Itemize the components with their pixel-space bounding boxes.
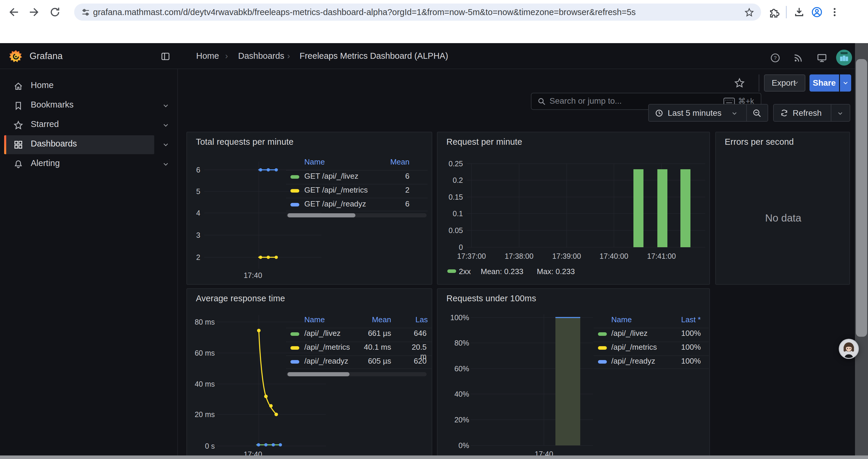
- chevron-down-icon: [842, 79, 849, 87]
- legend-scrollbar[interactable]: [286, 372, 427, 376]
- sidebar-item-dashboards[interactable]: [4, 135, 154, 154]
- panel-title[interactable]: Total requests per minute: [196, 137, 294, 147]
- chevron-down-icon[interactable]: [162, 102, 169, 109]
- sidebar-item-starred[interactable]: Starred: [31, 119, 59, 129]
- series-pill[interactable]: [290, 189, 299, 193]
- y-tick: 6: [187, 166, 200, 174]
- breadcrumb-home[interactable]: Home: [196, 43, 219, 69]
- bell-icon[interactable]: [13, 159, 23, 169]
- series-pill[interactable]: [598, 332, 607, 336]
- y-tick: 4: [187, 209, 200, 218]
- sidebar-item-home[interactable]: Home: [31, 80, 54, 90]
- url-text[interactable]: grafana.mathmast.com/d/deytv4rwavabkb/fr…: [93, 4, 636, 21]
- panel-request-per-minute[interactable]: Request per minute 0.25 0.2 0.15 0.1 0.0…: [437, 132, 710, 285]
- download-icon[interactable]: [794, 6, 805, 18]
- time-range-label: Last 5 minutes: [668, 108, 721, 118]
- y-tick: 0.25: [438, 160, 463, 168]
- y-tick: 0.2: [438, 176, 463, 185]
- chevron-down-icon[interactable]: [162, 141, 169, 149]
- legend-name[interactable]: /api/_/livez: [304, 329, 341, 338]
- series-pill[interactable]: [447, 269, 456, 273]
- panel-avg-response-time[interactable]: Average response time 80 ms 60 ms 40 ms …: [186, 288, 432, 459]
- legend-name[interactable]: /api/_/metrics: [304, 342, 350, 352]
- sidebar-item-alerting[interactable]: Alerting: [31, 158, 60, 168]
- toolbar-divider: [759, 74, 759, 92]
- home-icon[interactable]: [13, 81, 23, 91]
- series-pill[interactable]: [598, 346, 607, 350]
- legend-value: 100%: [644, 357, 701, 366]
- legend-header-mean[interactable]: Mean: [364, 157, 409, 167]
- floating-assistant-avatar[interactable]: [839, 339, 859, 359]
- series-pill[interactable]: [290, 203, 299, 206]
- legend-scrollbar-thumb[interactable]: [287, 213, 355, 218]
- panel-title[interactable]: Average response time: [196, 294, 285, 303]
- panel-title[interactable]: Requests under 100ms: [446, 294, 536, 303]
- panel-title[interactable]: Request per minute: [446, 137, 522, 147]
- favorite-star-icon[interactable]: [734, 77, 745, 89]
- news-rss-icon[interactable]: [793, 53, 804, 63]
- forward-icon[interactable]: [28, 6, 40, 18]
- menu-kebab-icon[interactable]: [829, 6, 840, 18]
- share-label: Share: [813, 78, 836, 88]
- area-chart: [471, 311, 601, 450]
- grafana-logo[interactable]: [9, 50, 23, 63]
- profile-icon[interactable]: [811, 6, 823, 18]
- legend-header-mean[interactable]: Mean: [346, 315, 391, 324]
- y-tick: 60%: [438, 364, 469, 373]
- extensions-icon[interactable]: [768, 6, 779, 18]
- share-button[interactable]: Share: [809, 74, 839, 92]
- y-tick: 0.1: [438, 209, 463, 218]
- legend-name[interactable]: GET /api/_/livez: [304, 172, 359, 181]
- chevron-down-icon[interactable]: [162, 160, 169, 168]
- sidebar-item-bookmarks[interactable]: Bookmarks: [31, 100, 73, 109]
- legend-scrollbar[interactable]: [286, 213, 427, 218]
- page-scrollbar-thumb[interactable]: [856, 59, 867, 337]
- legend-header-name[interactable]: Name: [611, 315, 632, 324]
- y-tick: 0%: [438, 441, 469, 450]
- site-settings-icon[interactable]: [81, 8, 90, 17]
- legend-scrollbar-thumb[interactable]: [287, 372, 349, 376]
- share-menu-button[interactable]: [840, 74, 851, 92]
- zoom-out-icon[interactable]: [752, 108, 762, 118]
- legend-header-name[interactable]: Name: [304, 315, 325, 324]
- refresh-button[interactable]: Refresh: [773, 104, 850, 122]
- star-icon[interactable]: [13, 120, 23, 130]
- legend-header-last[interactable]: Last *: [644, 315, 701, 324]
- reload-icon[interactable]: [49, 6, 61, 18]
- panel-requests-under-100ms[interactable]: Requests under 100ms 100% 80% 60% 40% 20…: [437, 288, 710, 459]
- y-tick: 80%: [438, 339, 469, 347]
- help-icon[interactable]: ?: [770, 53, 780, 63]
- refresh-interval-chevron-icon[interactable]: [837, 110, 844, 117]
- bookmarks-bar: Freeleaps 收藏博客: [0, 24, 868, 43]
- panel-title[interactable]: Errors per second: [725, 137, 794, 147]
- series-pill[interactable]: [290, 360, 299, 364]
- legend-name[interactable]: 2xx: [459, 267, 471, 276]
- series-pill[interactable]: [598, 360, 607, 364]
- legend-separator: [286, 211, 428, 211]
- legend-name[interactable]: /api/_/livez: [611, 329, 648, 338]
- back-icon[interactable]: [8, 6, 20, 18]
- legend-header-name[interactable]: Name: [304, 157, 325, 167]
- panel-errors-per-second[interactable]: Errors per second No data: [715, 132, 850, 285]
- y-tick: 0: [438, 243, 463, 252]
- bookmark-star-icon[interactable]: [744, 7, 754, 18]
- breadcrumb-dashboards[interactable]: Dashboards: [238, 43, 284, 69]
- time-range-picker[interactable]: Last 5 minutes: [648, 104, 768, 122]
- monitor-icon[interactable]: [816, 53, 827, 63]
- series-pill[interactable]: [290, 346, 299, 350]
- sidebar-toggle-icon[interactable]: [161, 52, 170, 61]
- series-pill[interactable]: [290, 332, 299, 336]
- sidebar-item-dashboards-label[interactable]: Dashboards: [31, 139, 77, 149]
- legend-name[interactable]: GET /api/_/metrics: [304, 186, 368, 195]
- legend-name[interactable]: GET /api/_/readyz: [304, 199, 366, 208]
- y-tick: 40 ms: [187, 380, 215, 388]
- x-tick: 17:38:00: [505, 252, 533, 261]
- chevron-down-icon[interactable]: [162, 121, 169, 129]
- legend-name[interactable]: /api/_/readyz: [304, 357, 348, 366]
- legend-header-last[interactable]: Las: [415, 315, 428, 324]
- user-avatar[interactable]: [836, 50, 852, 66]
- refresh-icon: [780, 108, 789, 118]
- bookmark-icon[interactable]: [13, 101, 23, 111]
- panel-total-requests[interactable]: Total requests per minute 6 5 4 3 2 17:4…: [186, 132, 432, 285]
- series-pill[interactable]: [290, 175, 299, 179]
